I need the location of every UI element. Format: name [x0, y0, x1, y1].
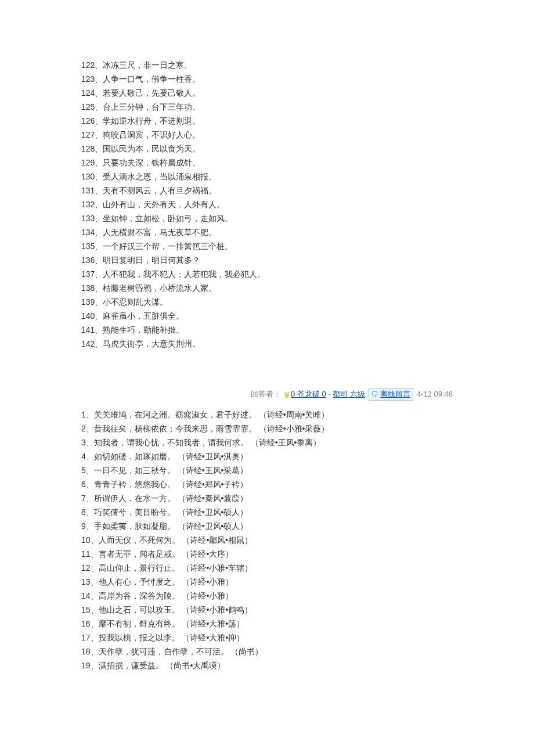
item-number: 135: [81, 242, 95, 251]
list-item: 123、人争一口气，佛争一柱香。: [81, 72, 453, 86]
item-text: 、人而无仪，不死何为。 （诗经•鄘风•相鼠）: [91, 535, 253, 545]
item-number: 129: [81, 158, 95, 167]
item-text: 、受人滴水之恩，当以涌泉相报。: [95, 172, 217, 181]
item-number: 139: [81, 297, 95, 307]
item-text: 、台上三分钟，台下三年功。: [95, 102, 200, 111]
list-item: 125、台上三分钟，台下三年功。: [81, 100, 453, 114]
section-2: 1、关关雎鸠，在河之洲。窈窕淑女，君子好逑。 （诗经•周南•关雎）2、昔我往矣，…: [0, 403, 534, 707]
item-text: 、只要功夫深，铁杵磨成针。: [95, 158, 200, 167]
item-number: 3: [81, 438, 86, 447]
item-text: 、满招损，谦受益。 （尚书•大禹谟）: [91, 661, 226, 670]
answer-rank-link[interactable]: 都司 六级: [333, 390, 365, 398]
list-item: 135、一个好汉三个帮，一排篱笆三个桩。: [81, 239, 453, 253]
answer-time: 4-12 09:48: [414, 390, 453, 398]
item-number: 131: [81, 186, 95, 195]
item-number: 142: [81, 339, 95, 348]
list-item: 136、明日复明日，明日何其多？: [81, 253, 453, 267]
list-item: 140、麻雀虽小，五脏俱全。: [81, 309, 453, 323]
item-number: 8: [81, 507, 86, 517]
item-number: 127: [81, 130, 95, 139]
offline-message-badge[interactable]: 🗨 离线留言: [369, 388, 414, 401]
item-text: 、知我者，谓我心忧，不知我者，谓我何求。 （诗经•王风•黍离）: [86, 438, 322, 447]
list-item: 142、马虎失街亭，大意失荆州。: [81, 337, 453, 351]
list-item: 133、坐如钟，立如松，卧如弓，走如风。: [81, 211, 453, 225]
list-item: 139、小不忍则乱大谋。: [81, 295, 453, 309]
answered-by-label: 回答者：: [251, 390, 281, 398]
item-text: 、小不忍则乱大谋。: [95, 297, 168, 307]
item-number: 133: [81, 214, 95, 223]
list-item: 124、若要人敬己，先要己敬人。: [81, 86, 453, 100]
item-text: 、投我以桃，报之以李。 （诗经•大雅•抑）: [91, 633, 245, 642]
item-number: 7: [81, 494, 86, 503]
item-text: 、靡不有初，鲜克有终。 （诗经•大雅•荡）: [91, 619, 245, 628]
item-text: 、熟能生巧，勤能补拙。: [95, 325, 184, 334]
list-item: 17、投我以桃，报之以李。 （诗经•大雅•抑）: [81, 631, 453, 645]
item-number: 128: [81, 144, 95, 153]
item-number: 2: [81, 424, 86, 433]
list-item: 141、熟能生巧，勤能补拙。: [81, 323, 453, 337]
item-number: 14: [81, 591, 91, 600]
item-number: 138: [81, 283, 95, 293]
item-number: 132: [81, 200, 95, 209]
list-item: 2、昔我往矣，杨柳依依；今我来思，雨雪霏霏。 （诗经•小雅•采薇）: [81, 422, 453, 435]
item-text: 、人无横财不富，马无夜草不肥。: [95, 228, 217, 237]
item-number: 123: [81, 74, 95, 84]
item-number: 126: [81, 116, 95, 125]
list-item: 13、他人有心，予忖度之。 （诗经•小雅）: [81, 575, 453, 589]
item-number: 19: [81, 661, 91, 670]
item-text: 、一日不见，如三秋兮。 （诗经•王风•采葛）: [86, 466, 248, 475]
item-number: 130: [81, 172, 95, 181]
list-item: 15、他山之石，可以攻玉。 （诗经•小雅•鹤鸣）: [81, 603, 453, 617]
item-text: 、巧笑倩兮，美目盼兮。 （诗经•卫风•硕人）: [86, 507, 248, 517]
separator: -: [326, 390, 333, 398]
item-text: 、手如柔荑，肤如凝脂。 （诗经•卫风•硕人）: [86, 521, 248, 531]
item-number: 13: [81, 577, 91, 586]
item-text: 、冰冻三尺，非一日之寒。: [95, 60, 192, 70]
list-item: 126、学如逆水行舟，不进则退。: [81, 114, 453, 128]
list-item: 1、关关雎鸠，在河之洲。窈窕淑女，君子好逑。 （诗经•周南•关雎）: [81, 408, 453, 422]
item-number: 122: [81, 60, 95, 70]
list-item: 19、满招损，谦受益。 （尚书•大禹谟）: [81, 658, 453, 672]
list-item: 6、青青子衿，悠悠我心。 （诗经•郑风•子衿）: [81, 477, 453, 491]
item-number: 134: [81, 228, 95, 237]
list-item: 12、高山仰止，景行行止。 （诗经•小雅•车辖）: [81, 561, 453, 575]
list-item: 134、人无横财不富，马无夜草不肥。: [81, 225, 453, 239]
item-text: 、天作孽，犹可违，自作孽，不可活。 （尚书）: [91, 647, 264, 656]
list-item: 130、受人滴水之恩，当以涌泉相报。: [81, 170, 453, 183]
item-text: 、天有不测风云，人有旦夕祸福。: [95, 186, 217, 195]
item-text: 、昔我往矣，杨柳依依；今我来思，雨雪霏霏。 （诗经•小雅•采薇）: [86, 424, 330, 433]
item-number: 16: [81, 619, 91, 628]
item-number: 137: [81, 269, 95, 279]
item-text: 、山外有山，天外有天，人外有人。: [95, 200, 225, 209]
item-text: 、马虎失街亭，大意失荆州。: [95, 339, 200, 348]
item-number: 11: [81, 549, 91, 559]
offline-message-link[interactable]: 离线留言: [380, 390, 410, 398]
list-item: 16、靡不有初，鲜克有终。 （诗经•大雅•荡）: [81, 617, 453, 631]
item-number: 4: [81, 452, 86, 461]
list-item: 131、天有不测风云，人有旦夕祸福。: [81, 183, 453, 197]
item-number: 141: [81, 325, 95, 334]
list-item: 5、一日不见，如三秋兮。 （诗经•王风•采葛）: [81, 463, 453, 477]
item-text: 、若要人敬己，先要己敬人。: [95, 88, 200, 98]
item-text: 、人争一口气，佛争一柱香。: [95, 74, 200, 84]
item-number: 15: [81, 605, 91, 614]
item-text: 、狗咬吕洞宾，不识好人心。: [95, 130, 200, 139]
answer-meta-bar: 回答者： ♛0 苍龙破 0 - 都司 六级 🗨 离线留言 4-12 09:48: [0, 386, 534, 403]
item-number: 136: [81, 255, 95, 265]
list-item: 7、所谓伊人，在水一方。 （诗经•秦风•蒹葭）: [81, 491, 453, 505]
item-number: 1: [81, 410, 86, 419]
item-text: 、枯藤老树昏鸦，小桥流水人家。: [95, 283, 217, 293]
list-item: 14、高岸为谷，深谷为陵。 （诗经•小雅）: [81, 589, 453, 603]
list-item: 11、言者无罪，闻者足戒。 （诗经•大序）: [81, 547, 453, 561]
item-text: 、国以民为本，民以食为天。: [95, 144, 200, 153]
item-text: 、如切如磋，如琢如磨。 （诗经•卫风•淇奥）: [86, 452, 248, 461]
item-number: 125: [81, 102, 95, 111]
item-text: 、关关雎鸠，在河之洲。窈窕淑女，君子好逑。 （诗经•周南•关雎）: [86, 410, 330, 419]
list-item: 122、冰冻三尺，非一日之寒。: [81, 58, 453, 72]
item-text: 、他人有心，予忖度之。 （诗经•小雅）: [91, 577, 234, 586]
chat-icon: 🗨: [371, 390, 378, 398]
answer-user-link[interactable]: 0 苍龙破 0: [291, 390, 326, 398]
list-item: 18、天作孽，犹可违，自作孽，不可活。 （尚书）: [81, 645, 453, 658]
item-text: 、他山之石，可以攻玉。 （诗经•小雅•鹤鸣）: [91, 605, 253, 614]
item-number: 17: [81, 633, 91, 642]
